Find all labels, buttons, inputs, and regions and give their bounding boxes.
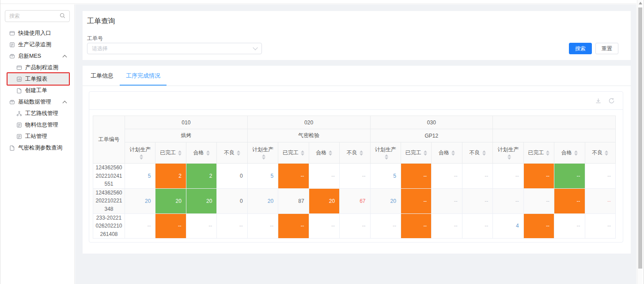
value-cell: --: [401, 188, 431, 213]
column-header-计划生产[interactable]: 计划生产: [493, 142, 523, 164]
order-no-cell: 233-20221026202210261408: [93, 213, 125, 239]
folder-icon: [9, 99, 15, 105]
query-card: 工单查询 工单号 请选择 搜索 重置: [83, 11, 631, 60]
column-header-计划生产[interactable]: 计划生产: [125, 142, 155, 164]
table-row: 233-20221026202210261408----------------…: [93, 213, 616, 239]
column-header-不良[interactable]: 不良: [340, 142, 370, 164]
value-cell: --: [523, 164, 554, 189]
column-header-不良[interactable]: 不良: [217, 142, 247, 164]
sort-icon[interactable]: [178, 150, 182, 156]
value-cell: 2: [155, 164, 186, 189]
value-cell[interactable]: 5: [125, 164, 155, 189]
scrollbar-track[interactable]: [637, 0, 643, 284]
column-header-合格[interactable]: 合格: [186, 142, 216, 164]
sidebar-item-工站管理[interactable]: 工站管理: [0, 131, 74, 142]
sidebar-item-生产记录追溯[interactable]: 生产记录追溯: [0, 39, 74, 50]
column-header-不良[interactable]: 不良: [462, 142, 492, 164]
chevron-up-icon[interactable]: [63, 55, 67, 59]
sidebar-item-启新MES[interactable]: 启新MES: [0, 50, 74, 62]
value-cell: --: [309, 213, 339, 239]
value-cell: --: [462, 188, 492, 213]
value-cell: 87: [278, 188, 309, 213]
value-cell: --: [278, 213, 309, 239]
sort-icon[interactable]: [424, 150, 427, 156]
value-cell[interactable]: 20: [247, 188, 278, 213]
search-button[interactable]: 搜索: [569, 43, 592, 54]
value-cell: --: [585, 213, 615, 239]
sort-icon[interactable]: [482, 150, 486, 156]
column-header-已完工[interactable]: 已完工: [523, 142, 554, 164]
sidebar-item-工艺路线管理[interactable]: 工艺路线管理: [0, 108, 74, 119]
reset-button[interactable]: 重置: [595, 43, 618, 54]
sort-icon[interactable]: [329, 150, 332, 156]
group-header-blank: [493, 116, 616, 129]
column-header-已完工[interactable]: 已完工: [155, 142, 186, 164]
value-cell[interactable]: 20: [125, 188, 155, 213]
search-input[interactable]: 搜索: [5, 10, 70, 22]
sidebar-item-label: 工单报表: [25, 75, 47, 83]
sort-icon[interactable]: [574, 150, 578, 156]
sort-icon[interactable]: [301, 150, 304, 156]
sort-icon[interactable]: [451, 150, 455, 156]
process-header-blank: [493, 129, 616, 142]
sort-icon[interactable]: [385, 154, 388, 160]
sort-icon[interactable]: [508, 154, 511, 160]
value-cell[interactable]: 4: [493, 213, 523, 239]
column-header-计划生产[interactable]: 计划生产: [247, 142, 278, 164]
sidebar-item-快捷使用入口[interactable]: 快捷使用入口: [0, 27, 74, 39]
value-cell[interactable]: 20: [370, 188, 401, 213]
report-icon: [16, 76, 22, 82]
column-header-计划生产[interactable]: 计划生产: [370, 142, 401, 164]
column-header-合格[interactable]: 合格: [432, 142, 462, 164]
group-header-030: 030: [370, 116, 493, 129]
sidebar-item-物料信息管理[interactable]: 物料信息管理: [0, 119, 74, 131]
top-divider: [0, 0, 636, 4]
value-cell[interactable]: 5: [247, 164, 278, 189]
sort-icon[interactable]: [360, 150, 363, 156]
sort-icon[interactable]: [206, 150, 210, 156]
column-header-已完工[interactable]: 已完工: [401, 142, 431, 164]
value-cell: 20: [309, 188, 339, 213]
hierarchy-icon: [16, 111, 22, 116]
value-cell: --: [585, 164, 615, 189]
sidebar-item-label: 气密检测参数查询: [18, 144, 62, 152]
sidebar-item-工单报表[interactable]: 工单报表: [8, 73, 69, 85]
value-cell: --: [523, 188, 554, 213]
sidebar-item-气密检测参数查询[interactable]: 气密检测参数查询: [0, 142, 74, 153]
work-order-select[interactable]: 请选择: [87, 43, 262, 54]
tab-work-order-info[interactable]: 工单信息: [84, 66, 120, 86]
chevron-up-icon[interactable]: [63, 101, 67, 105]
column-header-合格[interactable]: 合格: [309, 142, 339, 164]
column-header-不良[interactable]: 不良: [585, 142, 615, 164]
window-icon: [16, 65, 22, 71]
column-header-合格[interactable]: 合格: [554, 142, 585, 164]
table-row: 12436256020221024155152205------5-------…: [93, 164, 616, 189]
value-cell: 2: [186, 164, 216, 189]
sidebar-item-基础数据管理[interactable]: 基础数据管理: [0, 96, 74, 108]
process-completion-table-wrap: 工单编号010020030烘烤气密检验GP12计划生产已完工合格不良计划生产已完…: [93, 116, 619, 239]
value-cell[interactable]: 5: [370, 164, 401, 189]
column-header-已完工[interactable]: 已完工: [278, 142, 309, 164]
select-placeholder: 请选择: [92, 45, 108, 52]
sort-icon[interactable]: [605, 150, 608, 156]
document-icon: [16, 122, 22, 128]
process-completion-table: 工单编号010020030烘烤气密检验GP12计划生产已完工合格不良计划生产已完…: [93, 116, 616, 239]
process-header-气密检验: 气密检验: [247, 129, 370, 142]
sort-icon[interactable]: [262, 154, 265, 160]
sort-icon[interactable]: [237, 150, 240, 156]
value-cell: --: [401, 213, 431, 239]
scrollbar-up-arrow-icon[interactable]: [639, 2, 642, 4]
refresh-icon[interactable]: [608, 97, 615, 104]
scrollbar-area: [636, 0, 644, 284]
tab-process-completion[interactable]: 工序完成情况: [120, 66, 167, 86]
sort-icon[interactable]: [546, 150, 549, 156]
sort-icon[interactable]: [140, 154, 143, 160]
scrollbar-thumb[interactable]: [638, 7, 642, 269]
sidebar-item-产品制程追溯[interactable]: 产品制程追溯: [0, 62, 74, 73]
work-order-field-label: 工单号: [87, 35, 103, 42]
value-cell: --: [585, 188, 615, 213]
sidebar-item-创建工单[interactable]: 创建工单: [0, 85, 74, 96]
value-cell: 67: [340, 188, 370, 213]
download-icon[interactable]: [595, 97, 602, 104]
value-cell: --: [278, 164, 309, 189]
